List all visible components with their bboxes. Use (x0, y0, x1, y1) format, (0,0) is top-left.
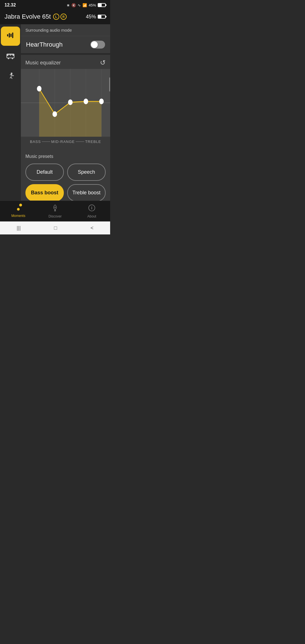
presets-section: Music presets Default Speech Bass boost … (21, 149, 110, 201)
bluetooth-icon: ⋇ (67, 3, 70, 7)
system-nav-bar: ||| □ < (0, 221, 110, 234)
svg-point-21 (55, 207, 56, 208)
svg-rect-1 (9, 33, 10, 38)
about-icon: i (88, 204, 95, 213)
surrounding-audio-header: Surrounding audio mode (21, 24, 110, 36)
svg-rect-3 (12, 32, 13, 38)
sys-nav-back[interactable]: ||| (11, 223, 26, 233)
eq-point-3[interactable] (68, 99, 73, 105)
sys-nav-recents[interactable]: < (85, 223, 99, 233)
sidebar-item-activity[interactable] (1, 67, 20, 86)
activity-icon (6, 71, 15, 82)
treble-label: TREBLE (85, 140, 101, 144)
reset-button[interactable]: ↺ (100, 59, 106, 67)
eq-svg (21, 69, 110, 137)
equalizer-section: Music equalizer ↺ (21, 55, 110, 148)
eq-point-2[interactable] (53, 111, 57, 117)
moments-label: Moments (11, 214, 25, 218)
equalizer-header: Music equalizer ↺ (25, 59, 106, 67)
moments-dot (19, 204, 22, 206)
status-icons: ⋇ 🔇 ∿ 📶 45% (67, 3, 106, 7)
svg-point-7 (12, 58, 13, 59)
bass-label: BASS (30, 140, 41, 144)
hearthrough-label: HearThrough (26, 41, 63, 48)
device-header: Jabra Evolve 65t L R 45% (0, 10, 110, 24)
eq-point-4[interactable] (84, 99, 88, 104)
preset-bass-boost[interactable]: Bass boost (25, 184, 64, 201)
presets-grid: Default Speech Bass boost Treble boost (25, 164, 106, 201)
preset-treble-boost[interactable]: Treble boost (67, 184, 106, 201)
lr-badges: L R (53, 14, 67, 20)
right-badge: R (60, 14, 67, 20)
svg-text:i: i (91, 206, 92, 210)
discover-icon (51, 204, 59, 213)
eq-point-5[interactable] (99, 99, 104, 104)
battery-percent: 45% (89, 3, 96, 7)
eq-chart[interactable] (21, 69, 110, 137)
mute-icon: 🔇 (71, 3, 76, 7)
sound-wave-icon (6, 31, 15, 42)
nav-item-moments[interactable]: ● Moments (0, 205, 37, 218)
bottom-nav: ● Moments Discover i About (0, 201, 110, 221)
preset-speech[interactable]: Speech (67, 164, 106, 181)
status-bar: 12.32 ⋇ 🔇 ∿ 📶 45% (0, 0, 110, 10)
wifi-icon: ∿ (78, 3, 81, 7)
commute-icon (6, 51, 15, 62)
hearthrough-row: HearThrough (21, 36, 110, 55)
moments-icon: ● (16, 205, 20, 213)
sys-nav-home[interactable]: □ (48, 223, 63, 233)
about-label: About (87, 214, 96, 218)
svg-rect-17 (109, 77, 110, 92)
main-layout: Surrounding audio mode HearThrough Music… (0, 24, 110, 201)
svg-rect-5 (7, 54, 14, 56)
svg-rect-9 (11, 55, 13, 56)
sidebar (0, 24, 21, 201)
bass-mid-divider (41, 140, 51, 144)
presets-title: Music presets (25, 154, 106, 159)
content-area: Surrounding audio mode HearThrough Music… (21, 24, 110, 201)
mid-treble-divider (75, 140, 85, 144)
equalizer-title: Music equalizer (25, 60, 61, 66)
midrange-label: MID-RANGE (51, 140, 75, 144)
battery-icon-header (98, 15, 106, 19)
device-name-row: Jabra Evolve 65t L R (5, 13, 67, 20)
svg-rect-2 (10, 34, 12, 37)
preset-default[interactable]: Default (25, 164, 64, 181)
battery-info: 45% (86, 14, 106, 20)
eq-point-1[interactable] (37, 86, 42, 92)
left-badge: L (53, 14, 59, 20)
discover-label: Discover (49, 214, 62, 218)
battery-icon (98, 3, 106, 7)
svg-rect-0 (7, 34, 8, 36)
device-name-text: Jabra Evolve 65t (5, 13, 51, 20)
nav-item-discover[interactable]: Discover (37, 204, 73, 218)
svg-rect-8 (8, 55, 10, 56)
svg-point-6 (8, 58, 9, 59)
status-time: 12.32 (5, 3, 16, 8)
nav-item-about[interactable]: i About (73, 204, 110, 218)
battery-percent-header: 45% (86, 14, 96, 20)
eq-labels: BASS MID-RANGE TREBLE (25, 137, 106, 148)
toggle-knob (91, 41, 98, 48)
sidebar-item-commute[interactable] (1, 47, 20, 66)
surrounding-audio-label: Surrounding audio mode (25, 28, 72, 32)
signal-icon: 📶 (82, 3, 87, 7)
hearthrough-toggle[interactable] (90, 41, 105, 49)
sidebar-item-sound[interactable] (1, 27, 20, 46)
